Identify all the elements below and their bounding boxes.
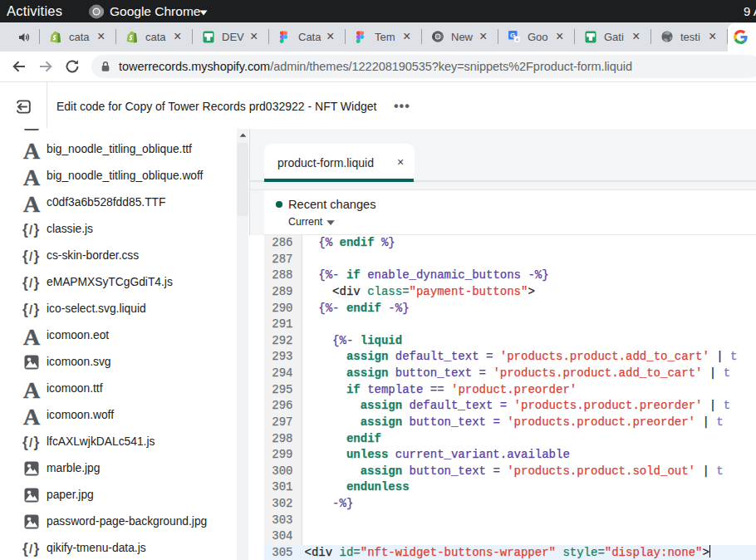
svg-text:×: × <box>515 37 518 42</box>
